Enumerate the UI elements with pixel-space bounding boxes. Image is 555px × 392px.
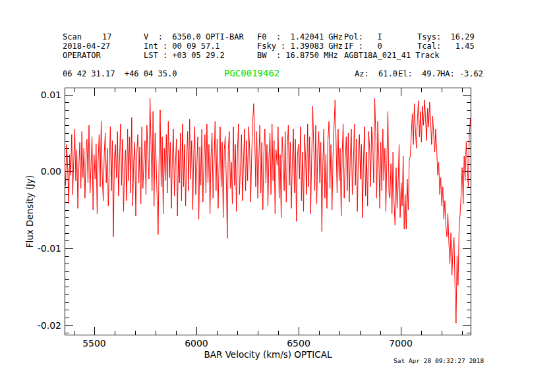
tsys-field: Tsys: 16.29 <box>417 33 475 42</box>
observer-name: OPERATOR <box>63 51 101 60</box>
spectrum-trace <box>65 98 471 323</box>
fsky-field: Fsky : 1.39083 GHz <box>257 42 343 51</box>
if-field: IF : 0 <box>344 42 382 51</box>
x-tick-label: 5500 <box>74 338 114 349</box>
scan-label: Scan <box>63 33 82 42</box>
project-id: AGBT18A_021_41 Track <box>344 51 440 60</box>
observation-date: 2018-04-27 <box>63 42 110 51</box>
y-tick-label: 0.01 <box>26 90 61 100</box>
hour-angle-field: HA: -3.62 <box>440 70 483 78</box>
velocity-field: V : 6350.0 OPTI-BAR <box>144 33 244 42</box>
source-coordinates: 06 42 31.17 +46 04 35.0 <box>63 70 177 78</box>
bandwidth-field: BW : 16.8750 MHz <box>257 51 338 60</box>
scan-value: 17 <box>102 33 111 42</box>
elevation-field: El: 49.7 <box>398 70 441 78</box>
x-tick-label: 6000 <box>177 338 216 349</box>
plot-timestamp: Sat Apr 28 09:32:27 2018 <box>394 358 484 364</box>
plot-frame <box>65 88 471 335</box>
x-tick-label: 6500 <box>279 338 318 349</box>
spectrum-plot-canvas[interactable] <box>65 88 471 335</box>
x-tick-label: 7000 <box>381 338 421 349</box>
integration-field: Int : 00 09 57.1 <box>144 42 220 51</box>
f0-field: F0 : 1.42041 GHz <box>257 33 343 42</box>
azimuth-field: Az: 61.0 <box>355 70 397 78</box>
source-name: PGC0019462 <box>224 69 279 78</box>
spectrum-svg <box>65 88 471 335</box>
tcal-field: Tcal: 1.45 <box>417 42 475 51</box>
pol-field: Pol: I <box>344 33 382 42</box>
y-tick-label: -0.02 <box>26 320 61 331</box>
lst-field: LST : +03 05 29.2 <box>144 51 225 60</box>
y-axis-title: Flux Density (Jy) <box>24 175 35 248</box>
